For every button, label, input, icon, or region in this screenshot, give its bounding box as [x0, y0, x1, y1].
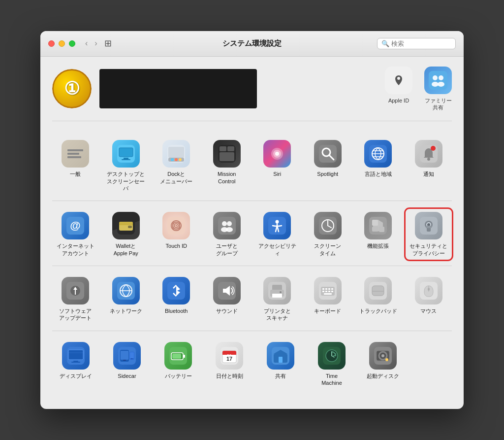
svg-point-80 [280, 291, 282, 293]
minimize-button[interactable] [59, 40, 65, 47]
svg-rect-62 [379, 227, 384, 232]
back-button[interactable]: ‹ [83, 38, 90, 49]
svg-rect-61 [372, 227, 378, 232]
svg-rect-99 [68, 350, 83, 360]
internet-icon: @ [62, 212, 89, 239]
internet-label: インターネットアカウント [57, 242, 94, 257]
pref-printer[interactable]: プリンタとスキャナ [254, 274, 301, 325]
svg-point-97 [428, 288, 430, 291]
sound-label: サウンド [216, 307, 238, 314]
pref-keyboard[interactable]: キーボード [305, 274, 351, 325]
pref-startup[interactable]: 起動ディスク [359, 339, 407, 390]
siri-label: Siri [273, 170, 281, 177]
pref-row-4: ディスプレイ Sid [52, 333, 452, 396]
pref-bluetooth[interactable]: Bluetooth [153, 274, 200, 325]
display-label: ディスプレイ [60, 372, 92, 379]
svg-rect-86 [331, 288, 333, 290]
svg-rect-88 [325, 291, 327, 292]
search-bar[interactable]: 🔍 [377, 38, 456, 49]
pref-display[interactable]: ディスプレイ [52, 339, 99, 390]
maximize-button[interactable] [69, 40, 75, 47]
svg-point-50 [227, 221, 232, 226]
trackpad-label: トラックパッド [359, 307, 397, 314]
svg-rect-107 [123, 360, 126, 361]
svg-rect-84 [325, 288, 327, 290]
pref-screentime[interactable]: スクリーンタイム [305, 209, 351, 260]
screentime-icon [314, 212, 342, 239]
notification-icon [415, 140, 442, 168]
svg-rect-2 [429, 71, 447, 90]
pref-general[interactable]: 一般 [52, 137, 99, 195]
trackpad-icon [364, 277, 392, 305]
software-icon [62, 277, 89, 305]
svg-rect-93 [372, 286, 384, 296]
general-icon [62, 140, 89, 168]
pref-timemachine[interactable]: TimeMachine [308, 339, 355, 390]
svg-rect-8 [119, 148, 133, 157]
avatar: ① [52, 69, 92, 108]
keyboard-label: キーボード [314, 307, 341, 314]
pref-users[interactable]: ユーザとグループ [204, 209, 251, 260]
pref-sound[interactable]: サウンド [204, 274, 251, 325]
extensions-icon [364, 212, 392, 239]
family-sharing-button[interactable]: ファミリー共有 [424, 67, 452, 111]
pref-datetime[interactable]: 17 JUL 日付と時刻 [206, 339, 253, 390]
system-preferences-window: ‹ › ⊞ システム環境設定 🔍 ① [40, 31, 464, 409]
svg-rect-13 [168, 147, 184, 158]
apple-id-icon [385, 67, 412, 94]
pref-sidecar[interactable]: Sidecar [103, 339, 151, 390]
svg-point-110 [131, 358, 132, 359]
pref-dock[interactable]: Dockとメニューバー [153, 137, 200, 195]
desktop-label: デスクトップとスクリーンセーバ [105, 170, 148, 192]
svg-text:@: @ [70, 219, 81, 232]
dock-icon [162, 140, 190, 168]
pref-trackpad[interactable]: トラックパッド [355, 274, 402, 325]
pref-desktop[interactable]: デスクトップとスクリーンセーバ [103, 137, 150, 195]
timemachine-label: TimeMachine [321, 372, 342, 387]
avatar-coin: ① [52, 69, 92, 108]
search-input[interactable] [391, 40, 450, 47]
svg-rect-11 [122, 159, 130, 160]
profile-section: ① Apple ID [52, 67, 452, 122]
search-icon: 🔍 [381, 40, 389, 47]
pref-language[interactable]: 言語と地域 [355, 137, 402, 195]
pref-touchid[interactable]: Touch ID [153, 209, 200, 260]
close-button[interactable] [48, 40, 55, 47]
pref-mission[interactable]: MissionControl [204, 137, 251, 195]
bluetooth-icon [162, 277, 190, 305]
language-icon [364, 140, 392, 168]
pref-extensions[interactable]: 機能拡張 [355, 209, 402, 260]
pref-internet[interactable]: @ インターネットアカウント [52, 209, 99, 260]
svg-point-52 [226, 227, 233, 232]
svg-rect-89 [328, 291, 330, 292]
pref-battery[interactable]: バッテリー [155, 339, 202, 390]
battery-icon [164, 342, 192, 370]
touchid-label: Touch ID [166, 242, 187, 249]
pref-siri[interactable]: Siri [254, 137, 301, 195]
pref-notification[interactable]: 通知 [406, 137, 452, 195]
pref-spotlight[interactable]: Spotlight [305, 137, 351, 195]
svg-rect-48 [218, 217, 236, 235]
svg-point-17 [179, 158, 182, 161]
sound-icon [213, 277, 241, 305]
pref-sharing[interactable]: 共有 [257, 339, 304, 390]
network-label: ネットワーク [110, 307, 142, 314]
svg-rect-85 [328, 288, 330, 290]
touchid-icon [162, 212, 190, 239]
pref-security[interactable]: セキュリティとプライバシー [406, 209, 452, 260]
svg-rect-87 [322, 291, 324, 292]
svg-rect-19 [220, 146, 226, 151]
apple-id-button[interactable]: Apple ID [385, 67, 412, 111]
startup-label: 起動ディスク [367, 372, 399, 379]
pref-wallet[interactable]: WalletとApple Pay [103, 209, 150, 260]
svg-point-16 [175, 158, 178, 161]
svg-point-24 [275, 152, 279, 156]
pref-mouse[interactable]: マウス [406, 274, 452, 325]
desktop-icon [112, 140, 140, 168]
pref-software[interactable]: ソフトウェアアップデート [52, 274, 99, 325]
pref-accessibility[interactable]: アクセシビリティ [254, 209, 301, 260]
dock-label: Dockとメニューバー [160, 170, 192, 185]
forward-button[interactable]: › [93, 38, 99, 49]
pref-network[interactable]: ネットワーク [103, 274, 150, 325]
datetime-icon: 17 JUL [216, 342, 243, 370]
